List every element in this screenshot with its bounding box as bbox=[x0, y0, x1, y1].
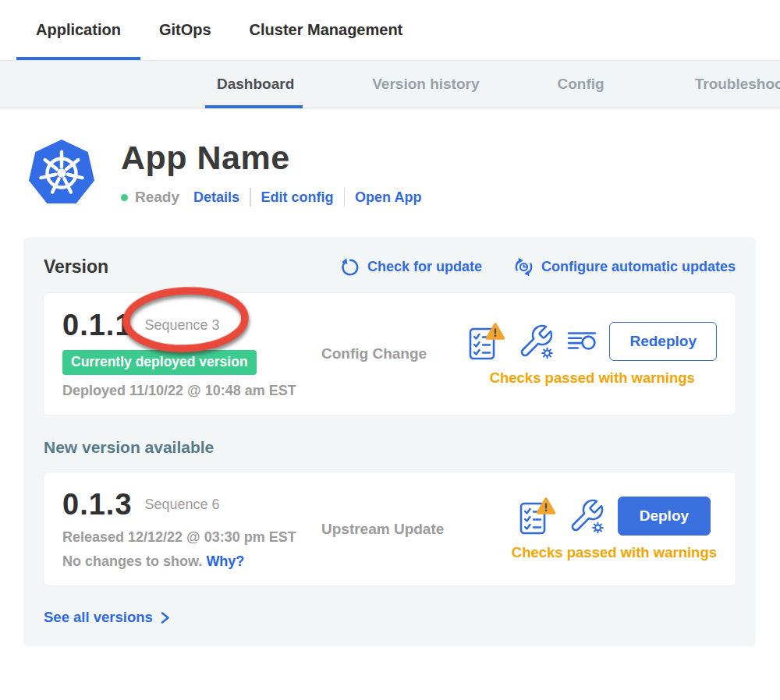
available-version-sequence: Sequence 6 bbox=[145, 497, 220, 513]
secondary-nav: Dashboard Version history Config Trouble… bbox=[0, 60, 780, 108]
available-version-info: 0.1.3 Sequence 6 Released 12/12/22 @ 03:… bbox=[62, 488, 321, 570]
divider bbox=[344, 188, 346, 207]
tab-config[interactable]: Config bbox=[558, 61, 604, 108]
ready-status-label: Ready bbox=[135, 189, 179, 206]
preflight-checks-warning-icon[interactable] bbox=[518, 497, 555, 536]
version-panel: Version Check for update bbox=[23, 237, 756, 646]
ready-status-dot bbox=[121, 194, 128, 201]
dashboard-page: Application GitOps Cluster Management Da… bbox=[0, 0, 780, 700]
edit-config-link[interactable]: Edit config bbox=[261, 189, 334, 206]
current-version-source: Config Change bbox=[321, 345, 427, 362]
tab-troubleshoot[interactable]: Troubleshoot bbox=[695, 61, 780, 108]
kubernetes-logo bbox=[27, 137, 96, 212]
available-checks-status: Checks passed with warnings bbox=[512, 544, 717, 561]
current-version-sequence: Sequence 3 bbox=[145, 317, 220, 334]
version-panel-header: Version Check for update bbox=[44, 256, 736, 278]
current-version-card: 0.1.1 Sequence 3 Currently deployed vers… bbox=[44, 293, 736, 415]
version-panel-actions: Check for update Configure automat bbox=[309, 256, 736, 278]
available-version-source: Upstream Update bbox=[321, 521, 444, 538]
config-wrench-gear-icon[interactable] bbox=[517, 323, 555, 360]
configure-automatic-updates-label: Configure automatic updates bbox=[541, 259, 736, 275]
app-title: App Name bbox=[121, 139, 421, 177]
open-app-link[interactable]: Open App bbox=[355, 189, 421, 206]
available-version-actions: Deploy Checks passed with warnings bbox=[512, 497, 717, 561]
no-changes-text: No changes to show. bbox=[62, 553, 202, 569]
app-header: App Name Ready Details Edit config Open … bbox=[27, 137, 780, 212]
preflight-checks-warning-icon[interactable] bbox=[467, 322, 505, 361]
tab-application[interactable]: Application bbox=[36, 0, 121, 60]
auto-update-clock-icon bbox=[513, 256, 534, 278]
new-version-heading: New version available bbox=[44, 438, 736, 457]
current-version-actions: Redeploy Checks passed with warnings bbox=[467, 322, 717, 387]
why-link[interactable]: Why? bbox=[206, 553, 244, 569]
deploy-button[interactable]: Deploy bbox=[618, 497, 711, 536]
released-timestamp: Released 12/12/22 @ 03:30 pm EST bbox=[62, 529, 321, 546]
currently-deployed-badge: Currently deployed version bbox=[62, 350, 257, 375]
available-version-number: 0.1.3 bbox=[62, 488, 133, 521]
see-all-versions-label: See all versions bbox=[44, 609, 153, 626]
tab-version-history[interactable]: Version history bbox=[372, 61, 479, 108]
config-wrench-gear-icon[interactable] bbox=[568, 497, 605, 535]
primary-nav: Application GitOps Cluster Management bbox=[0, 0, 780, 60]
see-all-versions-link[interactable]: See all versions bbox=[44, 609, 736, 626]
check-for-update-button[interactable]: Check for update bbox=[340, 257, 482, 278]
app-status-row: Ready Details Edit config Open App bbox=[121, 188, 421, 207]
no-changes-row: No changes to show. Why? bbox=[62, 553, 321, 570]
available-version-card: 0.1.3 Sequence 6 Released 12/12/22 @ 03:… bbox=[44, 472, 736, 585]
tab-gitops[interactable]: GitOps bbox=[159, 0, 211, 60]
current-version-info: 0.1.1 Sequence 3 Currently deployed vers… bbox=[62, 309, 321, 399]
check-for-update-label: Check for update bbox=[367, 259, 482, 275]
view-diff-icon[interactable] bbox=[567, 329, 597, 354]
version-panel-title: Version bbox=[44, 256, 108, 278]
tab-cluster-management[interactable]: Cluster Management bbox=[250, 0, 403, 60]
tab-dashboard[interactable]: Dashboard bbox=[217, 61, 294, 108]
configure-automatic-updates-button[interactable]: Configure automatic updates bbox=[513, 256, 736, 278]
current-checks-status: Checks passed with warnings bbox=[490, 369, 695, 387]
redeploy-button[interactable]: Redeploy bbox=[609, 322, 717, 361]
chevron-right-icon bbox=[159, 610, 171, 625]
current-version-number: 0.1.1 bbox=[62, 309, 133, 342]
refresh-icon bbox=[340, 257, 360, 278]
deployed-timestamp: Deployed 11/10/22 @ 10:48 am EST bbox=[62, 383, 321, 399]
divider bbox=[250, 188, 251, 207]
details-link[interactable]: Details bbox=[193, 189, 239, 206]
